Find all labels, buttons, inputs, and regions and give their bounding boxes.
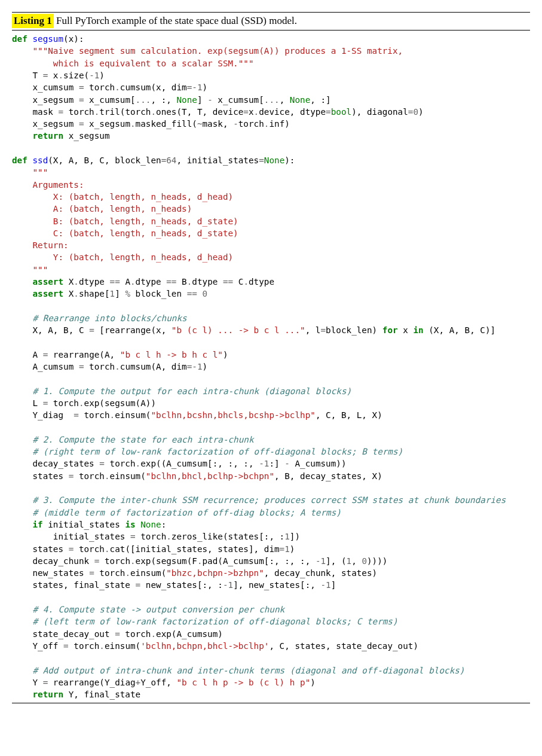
listing-caption: Full PyTorch example of the state space … [54,15,297,26]
source-code: def segsum(x): """Naive segment sum calc… [12,33,530,700]
listing-header: Listing 1 Full PyTorch example of the st… [12,12,530,31]
code-block: def segsum(x): """Naive segment sum calc… [12,31,530,703]
listing-label: Listing 1 [12,14,54,28]
code-listing: Listing 1 Full PyTorch example of the st… [12,12,530,703]
